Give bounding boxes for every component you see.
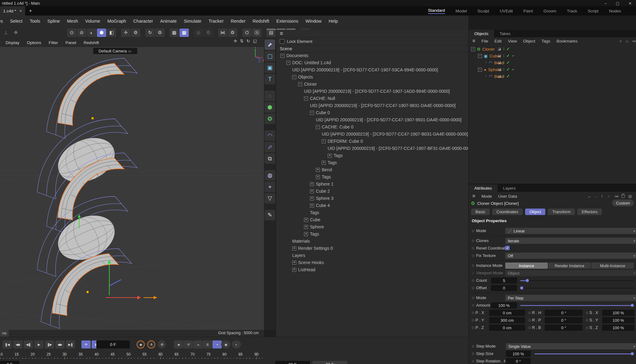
scene-tree-row[interactable]: Materials: [292, 238, 310, 245]
param-dropdown-step-mode[interactable]: Single Value▾: [506, 343, 636, 349]
enabled-check-icon[interactable]: ✓: [507, 53, 510, 58]
menu-item-redshift[interactable]: Redshift: [253, 19, 269, 24]
expander-icon[interactable]: −: [471, 47, 475, 51]
search-icon[interactable]: ⌕: [608, 194, 610, 199]
zoom-icon[interactable]: ⇅: [240, 38, 244, 43]
enabled-check-icon[interactable]: ✓: [507, 60, 510, 65]
camera-object-icon[interactable]: ⌖: [265, 182, 275, 192]
scene-tree-row[interactable]: +Cube 2: [310, 188, 330, 195]
expander-icon[interactable]: +: [316, 175, 320, 179]
scene-tree-row[interactable]: −Cloner: [298, 81, 317, 88]
visibility-dots-icon[interactable]: ∶: [503, 53, 504, 58]
scene-tree-row[interactable]: −DEFORM: Cube 0: [322, 138, 363, 145]
key-rotation-icon[interactable]: ↺: [184, 340, 193, 348]
menu-item-spline[interactable]: Spline: [48, 19, 60, 24]
maximize-button[interactable]: ▢: [616, 1, 619, 6]
cube-primitive-icon[interactable]: ▣: [265, 62, 275, 73]
ruler-frame-20[interactable]: 20: [30, 352, 34, 357]
slider-knob[interactable]: [631, 304, 634, 307]
gear-icon[interactable]: ⚙: [204, 29, 213, 37]
workspace-tab-track[interactable]: Track: [567, 9, 577, 13]
workspace-tab-groom[interactable]: Groom: [543, 9, 556, 13]
ruler-frame-65[interactable]: 65: [175, 352, 179, 357]
expander-icon[interactable]: +: [292, 268, 296, 272]
pan-icon[interactable]: ✛: [234, 38, 237, 43]
slider-knob[interactable]: [520, 286, 523, 290]
toggle-view-icon[interactable]: ◱: [253, 38, 257, 43]
custom-button[interactable]: Custom: [612, 200, 634, 206]
expander-icon[interactable]: +: [304, 225, 308, 229]
range-end-field[interactable]: 90 F: [275, 361, 310, 364]
param-field-p.z[interactable]: 0 cm: [489, 325, 525, 331]
param-dropdown-mode[interactable]: ⋰Linear▾: [505, 228, 636, 234]
scene-tree-row[interactable]: +Tags: [316, 173, 331, 180]
edges-mode-icon[interactable]: ⊘: [77, 29, 86, 37]
menu-item-mograph[interactable]: MoGraph: [107, 19, 126, 24]
param-field-s.z[interactable]: 100 %: [602, 325, 634, 331]
current-frame-field[interactable]: 0 F: [96, 340, 130, 348]
workspace-tab-model[interactable]: Model: [456, 9, 467, 13]
param-field-step-size[interactable]: 100 %: [506, 351, 531, 357]
scene-tree-row[interactable]: −CACHE: Cube 0: [316, 124, 353, 130]
scene-tree-row[interactable]: UID [APPID 200000219] - [2CF0-5D77-CC47-…: [322, 131, 468, 137]
workspace-tab-uvedit[interactable]: UVEdit: [500, 9, 513, 13]
param-field-step-rotation-.-h[interactable]: 0 °: [506, 358, 531, 364]
document-end-field[interactable]: 90 F: [312, 361, 347, 364]
expander-icon[interactable]: +: [292, 246, 296, 250]
enabled-check-icon[interactable]: ✓: [507, 74, 510, 79]
pen-tool-icon[interactable]: ✎: [265, 210, 275, 220]
scene-tree-row[interactable]: UID [APPID 200000219] - [2CF0-5D77-CC47-…: [316, 116, 461, 123]
next-key-icon[interactable]: ◆▶: [55, 340, 65, 348]
bend-tag-icon[interactable]: ⌐: [512, 67, 515, 72]
falloff-rings-icon[interactable]: ◎: [194, 29, 203, 37]
range-start-field[interactable]: 0 F: [0, 361, 19, 364]
expander-icon[interactable]: +: [310, 189, 314, 193]
workplane-grid-icon[interactable]: ▦: [170, 29, 179, 37]
record-settings-icon[interactable]: ⚙: [158, 340, 166, 348]
scene-tree-row[interactable]: Layers: [292, 252, 305, 259]
expander-icon[interactable]: −: [280, 54, 284, 58]
scene-tree-row[interactable]: −DOC: Untitled 1.c4d: [286, 59, 331, 66]
at-menu-mode[interactable]: Mode: [481, 194, 492, 199]
array-object-icon[interactable]: ⬢: [265, 102, 275, 113]
segment-multi-instance[interactable]: Multi-Instance: [591, 263, 634, 269]
scene-tree-row[interactable]: +Bend: [316, 166, 332, 173]
param-checkbox-reset-coordinates[interactable]: ✓: [505, 246, 510, 250]
lock-element-row[interactable]: Lock Element: [276, 37, 469, 45]
expander-icon[interactable]: +: [316, 168, 320, 172]
edit-toggle-icon[interactable]: ◪: [498, 61, 501, 65]
bend-deformer-icon[interactable]: ◠: [265, 130, 275, 141]
scene-tree-row[interactable]: +Sphere: [304, 223, 324, 230]
axis-icon[interactable]: ✥: [11, 29, 20, 37]
expander-icon[interactable]: −: [292, 75, 296, 79]
scene-tree-row[interactable]: UID [APPID 200000219] - [2CF0-5D77-CC47-…: [328, 145, 469, 152]
expander-icon[interactable]: −: [478, 54, 482, 58]
viewport-menu-panel[interactable]: Panel: [66, 40, 76, 45]
viewport-3d[interactable]: Y Z X Default Camera ▻: [0, 47, 264, 330]
loop-icon[interactable]: ⟳: [81, 340, 91, 348]
param-slider-amount[interactable]: [520, 302, 634, 308]
workspace-tab-sculpt[interactable]: Sculpt: [478, 9, 489, 13]
workspace-tab-standard[interactable]: Standard: [428, 8, 445, 14]
section-tab-basic[interactable]: Basic: [471, 209, 490, 215]
cloner-object-icon[interactable]: ❂: [265, 114, 275, 124]
workspace-tab-script[interactable]: Script: [588, 9, 598, 13]
om-menu-edit[interactable]: Edit: [494, 39, 502, 43]
segment-instance[interactable]: Instance: [505, 263, 548, 269]
panel-menu-icon[interactable]: ≡: [280, 30, 283, 37]
om-menu-tags[interactable]: Tags: [541, 39, 550, 43]
edit-toggle-icon[interactable]: ◪: [498, 47, 501, 51]
om-menu-object[interactable]: Object: [523, 39, 535, 43]
lock-element-checkbox[interactable]: [280, 39, 284, 44]
ruler-frame-10[interactable]: 10: [0, 352, 3, 357]
ruler-frame-25[interactable]: 25: [47, 352, 51, 357]
param-dropdown-mode[interactable]: Per Step▾: [505, 295, 636, 301]
scene-tree-row[interactable]: −Cube 0: [310, 109, 330, 116]
normals-tool-icon[interactable]: ⧉: [265, 153, 275, 164]
ruler-frame-70[interactable]: 70: [190, 352, 194, 357]
viewport-menu-display[interactable]: Display: [6, 40, 19, 45]
section-tab-transform[interactable]: Transform: [548, 209, 575, 215]
menu-item-window[interactable]: Window: [306, 19, 322, 24]
panel-menu-icon[interactable]: ≡: [472, 38, 475, 44]
workplane-lock-icon[interactable]: ▦: [179, 29, 189, 37]
